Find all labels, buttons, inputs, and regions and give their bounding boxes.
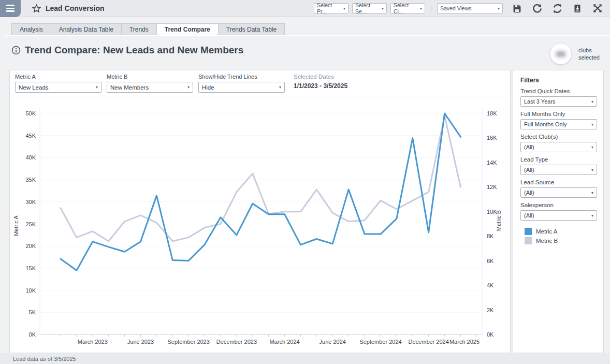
left-axis-tick: 35K <box>25 177 36 183</box>
chevron-down-icon: ▾ <box>591 122 593 127</box>
saved-views-dropdown[interactable]: Saved Views ▾ <box>437 3 503 13</box>
info-icon[interactable] <box>11 46 21 55</box>
clubs-selected-badge: clubs selected <box>550 43 600 64</box>
filter-value: (All) <box>524 190 534 196</box>
left-axis-tick: 45K <box>25 133 36 139</box>
toolbar: Select Pr... ▾ Select Se... ▾ Select Cl.… <box>314 2 610 14</box>
trend-lines-label: Show/Hide Trend Lines <box>198 74 285 80</box>
x-axis-tick: September 2023 <box>168 339 210 345</box>
chevron-down-icon: ▾ <box>498 6 500 11</box>
export-icon[interactable] <box>571 2 584 14</box>
filter-group-lead-type: Lead Type(All)▾ <box>520 156 596 175</box>
left-axis-tick: 20K <box>25 243 36 249</box>
status-bar: Lead data as of 3/5/2025 <box>0 353 610 364</box>
select-club-dropdown[interactable]: Select Cl... ▾ <box>390 3 425 13</box>
filter-dropdown-trend-quick-dates[interactable]: Last 3 Years▾ <box>520 96 597 107</box>
series-line-metric-b[interactable] <box>61 116 461 241</box>
right-axis-tick: 18K <box>487 110 497 117</box>
filter-value: (All) <box>524 167 534 173</box>
chevron-down-icon: ▾ <box>279 85 281 90</box>
filters-title: Filters <box>520 77 603 84</box>
left-axis-tick: 0K <box>29 331 36 338</box>
select-segment-value: Select Se... <box>355 2 380 14</box>
right-axis-tick: 4K <box>487 282 494 288</box>
refresh-icon[interactable] <box>551 2 563 14</box>
favorite-star-icon[interactable] <box>32 4 41 13</box>
legend-swatch <box>525 237 532 244</box>
chevron-down-icon: ▾ <box>591 145 593 150</box>
selected-dates-value: 1/1/2023 - 3/5/2025 <box>294 82 347 90</box>
x-axis-tick: June 2024 <box>319 339 346 345</box>
legend-swatch <box>525 228 532 235</box>
trend-compare-panel: Metric A New Leads ▾ Metric B New Member… <box>9 70 511 353</box>
select-product-dropdown[interactable]: Select Pr... ▾ <box>314 3 348 13</box>
x-axis-tick: September 2024 <box>359 339 401 345</box>
filter-value: (All) <box>524 212 534 219</box>
filter-group-trend-quick-dates: Trend Quick DatesLast 3 Years▾ <box>520 88 596 107</box>
top-header: Lead Conversion Select Pr... ▾ Select Se… <box>0 0 610 17</box>
filter-dropdown-full-months-only[interactable]: Full Months Only▾ <box>520 119 597 129</box>
x-axis-tick: December 2023 <box>216 339 257 345</box>
filter-group-full-months-only: Full Months OnlyFull Months Only▾ <box>520 111 596 129</box>
save-icon[interactable] <box>511 2 523 14</box>
left-axis-tick: 40K <box>25 154 36 161</box>
app-title: Lead Conversion <box>46 4 105 12</box>
tab-analysis-data-table[interactable]: Analysis Data Table <box>51 23 122 35</box>
filter-label: Select Club(s) <box>520 134 596 140</box>
trend-compare-chart[interactable]: 0K5K10K15K20K25K30K35K40K45K50K0K2K4K6K8… <box>10 99 510 353</box>
trend-lines-value: Hide <box>202 84 214 91</box>
chevron-down-icon: ▾ <box>591 191 593 195</box>
tab-trends-data-table[interactable]: Trends Data Table <box>219 23 285 35</box>
clubs-selected-label: clubs selected <box>578 47 600 61</box>
metric-a-value: New Leads <box>19 84 49 91</box>
x-axis-tick: December 2024 <box>409 339 449 345</box>
chevron-down-icon: ▾ <box>420 6 422 11</box>
filter-value: Last 3 Years <box>524 98 556 105</box>
right-axis-tick: 8K <box>487 233 494 239</box>
right-axis-tick: 16K <box>487 135 497 141</box>
left-axis-tick: 25K <box>25 221 36 227</box>
trend-lines-dropdown[interactable]: Hide ▾ <box>198 82 285 93</box>
right-axis-tick: 12K <box>487 184 497 190</box>
legend-item-metric-b[interactable]: Metric B <box>525 237 603 244</box>
undo-icon[interactable] <box>531 2 543 14</box>
tab-bar: AnalysisAnalysis Data TableTrendsTrend C… <box>5 24 610 36</box>
tab-trend-compare[interactable]: Trend Compare <box>157 23 219 35</box>
filter-label: Salesperson <box>520 202 596 208</box>
metric-b-dropdown[interactable]: New Members ▾ <box>107 82 193 93</box>
menu-icon[interactable] <box>0 0 21 17</box>
select-product-value: Select Pr... <box>317 2 341 14</box>
fullscreen-icon[interactable] <box>591 2 604 14</box>
tab-trends[interactable]: Trends <box>122 23 157 35</box>
left-axis-title: Metric A <box>13 215 19 236</box>
metric-a-label: Metric A <box>15 74 101 80</box>
filter-group-select-club-s: Select Club(s)(All)▾ <box>520 134 596 152</box>
left-axis-tick: 15K <box>25 265 36 271</box>
right-axis-tick: 6K <box>487 258 494 264</box>
metric-a-dropdown[interactable]: New Leads ▾ <box>15 82 101 93</box>
right-axis-tick: 14K <box>487 159 497 166</box>
legend-label: Metric A <box>536 228 558 235</box>
filter-dropdown-lead-type[interactable]: (All)▾ <box>520 165 597 175</box>
clubs-count-circle <box>550 43 571 64</box>
saved-views-value: Saved Views <box>440 5 472 11</box>
chevron-down-icon: ▾ <box>382 6 384 11</box>
left-axis-tick: 5K <box>29 309 36 315</box>
filter-value: (All) <box>524 144 534 150</box>
filter-dropdown-select-club-s[interactable]: (All)▾ <box>520 142 597 152</box>
right-axis-tick: 0K <box>487 331 494 338</box>
chevron-down-icon: ▾ <box>187 85 190 90</box>
filter-dropdown-lead-source[interactable]: (All)▾ <box>520 187 597 198</box>
filter-value: Full Months Only <box>524 121 567 127</box>
filter-label: Lead Type <box>520 156 596 163</box>
legend-item-metric-a[interactable]: Metric A <box>525 228 603 235</box>
filter-dropdown-salesperson[interactable]: (All)▾ <box>520 210 597 221</box>
legend-label: Metric B <box>536 238 558 244</box>
x-axis-tick: March 2023 <box>78 339 108 345</box>
right-axis-tick: 2K <box>487 307 494 313</box>
filter-label: Full Months Only <box>520 111 596 117</box>
x-axis-tick: June 2023 <box>127 339 154 345</box>
tab-analysis[interactable]: Analysis <box>11 23 51 35</box>
page-title: Trend Compare: New Leads and New Members <box>25 45 243 56</box>
select-segment-dropdown[interactable]: Select Se... ▾ <box>352 3 387 13</box>
